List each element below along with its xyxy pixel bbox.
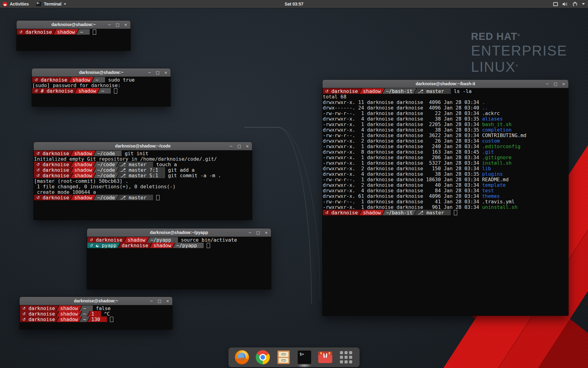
prompt-segment-host: shadow [71,162,96,167]
dock-item-terminal[interactable]: $> [297,350,312,365]
output-line: -rwxrwxr-x. 1 darknoise darknoise 206 Ja… [323,155,568,160]
prompt-line: ↺darknoiseshadow~/code⎇ master [34,195,252,200]
prompt-segment-venv: ↺☯ pyapp [87,243,120,248]
ls-entry-filename: bash_it.sh [482,121,511,127]
terminal-content[interactable]: ↺darknoiseshadow~sudo true[sudo] passwor… [32,77,171,106]
close-icon[interactable]: × [166,299,169,303]
output-line: -rwxrwxr-x. 1 darknoise darknoise 2205 J… [323,121,568,127]
prompt-segment-user: ↺darknoise [34,195,73,200]
minimize-icon[interactable]: − [248,231,252,235]
distro-icon: ↺ [22,312,26,316]
prompt-segment-user: ↺darknoise [17,29,56,35]
ls-entry-meta: -rwxrwxr-x. 1 darknoise darknoise 240 Ja… [323,144,482,149]
terminal-app-icon: $> [36,1,42,7]
maximize-icon[interactable]: □ [158,299,161,303]
prompt-segment-user: darknoise [118,243,152,248]
prompt-segment-path: ~/code [93,167,119,173]
dock-item-firefox[interactable] [235,350,249,365]
clock[interactable]: Sat 03:57 [285,0,303,8]
prompt-line: ↺☯ pyappdarknoiseshadow~/pyapp [87,243,271,248]
power-icon[interactable] [572,2,578,7]
brand-line-1: RED HAT® [471,31,567,41]
terminal-cursor[interactable] [93,29,96,35]
command-text: source bin/activate [181,237,237,243]
command-text: ls -la [454,88,472,94]
titlebar[interactable]: darknoise@shadow:~ −□× [32,68,171,77]
terminal-cursor[interactable] [207,243,210,248]
chevron-down-icon[interactable] [582,3,585,5]
chevron-down-icon [64,3,66,5]
terminal-cursor[interactable] [114,88,117,94]
prompt-line: ↺darknoiseshadow~130 [20,316,172,322]
maximize-icon[interactable]: □ [554,82,557,86]
rhel-wallpaper-logo: RED HAT® ENTERPRISE LINUX® [471,31,567,74]
output-text: create mode 100644 a [34,189,96,195]
minimize-icon[interactable]: − [229,144,233,148]
minimize-icon[interactable]: − [150,299,153,303]
titlebar[interactable]: darknoise@shadow:~/code −□× [34,142,252,150]
prompt-segment-git: ⎇ master [116,162,150,167]
maximize-icon[interactable]: □ [237,144,241,148]
maximize-icon[interactable]: □ [116,23,119,27]
output-line: drwxrwxr-x. 2 darknoise darknoise 26 Jan… [323,138,568,144]
screen-icon[interactable] [553,2,558,6]
terminal-content[interactable]: ↺darknoiseshadow~/bash-it⎇ masterls -lat… [322,88,568,316]
close-icon[interactable]: × [164,71,168,75]
terminal-window-home-2: darknoise@shadow:~ −□× ↺darknoiseshadow~… [20,297,172,329]
ls-entry-meta: -rw-rw-r--. 1 darknoise darknoise 22 Jan… [323,110,482,116]
prompt-segment-git: ⎇ master [414,88,448,94]
terminal-cursor[interactable] [454,210,457,215]
terminal-cursor[interactable] [156,195,160,200]
activities-button[interactable]: Activities [2,2,29,7]
terminal-content[interactable]: ↺darknoiseshadow~/pyappsource bin/activa… [87,237,271,289]
prompt-segment-host: shadow [71,195,96,200]
dock-item-files[interactable] [276,350,291,365]
maximize-icon[interactable]: □ [256,231,260,235]
prompt-line: ↺darknoiseshadow~ [17,29,130,35]
prompt-segment-host: shadow [69,77,94,82]
output-line: drwxrwxr-x. 4 darknoise darknoise 38 Jan… [323,127,568,132]
minimize-icon[interactable]: − [546,82,549,86]
ls-entry-filename: completion [482,127,511,133]
terminal-content[interactable]: ↺darknoiseshadow~ [17,29,130,51]
prompt-segment-path: ~/code [93,162,119,167]
minimize-icon[interactable]: − [148,71,151,75]
close-icon[interactable]: × [124,23,127,27]
terminal-cursor[interactable] [110,317,113,322]
output-line: drwx------. 24 darknoise darknoise 4096 … [323,105,568,110]
terminal-content[interactable]: ↺darknoiseshadow~false↺darknoiseshadow~1… [20,305,172,329]
prompt-segment-host: shadow [57,311,82,316]
terminal-content[interactable]: ↺darknoiseshadow~/codegit initInitialize… [34,150,252,220]
minimize-icon[interactable]: − [108,23,111,27]
ls-entry-meta: -rwxrwxr-x. 1 darknoise darknoise 206 Ja… [323,155,482,160]
output-line: drwxrwxr-x. 61 darknoise darknoise 4096 … [323,193,568,199]
close-icon[interactable]: × [246,144,249,148]
titlebar[interactable]: darknoise@shadow:~/bash-it −□× [322,80,568,88]
command-text: false [96,305,111,311]
output-line: total 68 [323,94,568,99]
dock-item-chrome[interactable] [255,350,270,365]
distro-icon: ↺ [36,151,40,156]
app-menu-terminal[interactable]: $> Terminal [36,1,66,7]
prompt-arrow-icon [175,237,178,243]
prompt-segment-user: ↺darknoise [34,162,73,167]
close-icon[interactable]: × [562,82,565,86]
prompt-line: ↺darknoiseshadow~/bash-it⎇ masterls -la [323,88,568,94]
prompt-segment-git: ⎇ master [116,195,150,200]
close-icon[interactable]: × [265,231,268,235]
volume-icon[interactable] [562,2,568,6]
titlebar[interactable]: darknoise@shadow:~/pyapp −□× [87,228,271,237]
output-line: [sudo] password for darknoise: [32,82,171,88]
terminal-window-bash-it: darknoise@shadow:~/bash-it −□× ↺darknois… [322,80,568,316]
dock-item-app-grid[interactable] [339,350,353,365]
ls-entry-filename: . [482,99,485,105]
ls-entry-meta: drwxrwxr-x. 2 darknoise darknoise 26 Jan… [323,138,482,144]
ls-entry-meta: drwxrwxr-x. 4 darknoise darknoise 38 Jan… [323,171,482,177]
running-indicator [297,364,311,367]
titlebar[interactable]: darknoise@shadow:~ −□× [17,21,130,29]
titlebar[interactable]: darknoise@shadow:~ −□× [20,297,172,305]
maximize-icon[interactable]: □ [156,71,160,75]
prompt-segment-host: shadow [124,237,149,243]
dock-item-toolbox[interactable] [318,350,333,365]
terminal-window-code: darknoise@shadow:~/code −□× ↺darknoisesh… [34,142,252,220]
